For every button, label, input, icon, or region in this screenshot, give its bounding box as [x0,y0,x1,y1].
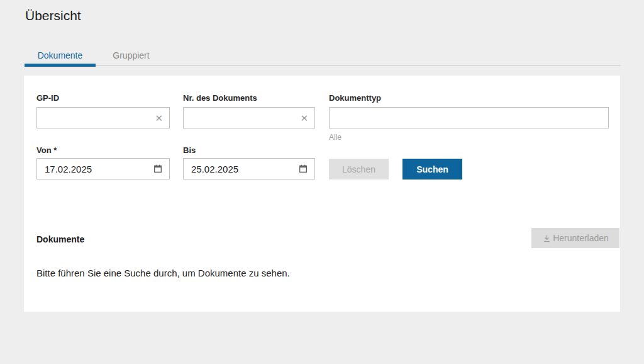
page-title: Übersicht [25,8,81,23]
doc-type-field [329,107,609,128]
clear-form-button[interactable]: Löschen [329,159,389,179]
tab-dokumente[interactable]: Dokumente [25,49,96,72]
download-button[interactable]: Herunterladen [531,228,619,248]
download-button-label: Herunterladen [553,233,609,243]
date-from-input[interactable] [45,164,149,174]
tab-gruppiert[interactable]: Gruppiert [96,49,167,72]
doc-type-input[interactable] [337,113,602,123]
clear-icon[interactable]: ✕ [151,113,163,123]
download-icon [542,234,552,243]
results-heading: Dokumente [36,234,84,244]
doc-type-hint: Alle [329,133,341,142]
gp-id-input[interactable] [45,113,151,123]
tab-bar: Dokumente Gruppiert [25,49,167,72]
search-button[interactable]: Suchen [402,159,462,179]
date-from-field [36,158,170,179]
date-to-input[interactable] [191,164,294,174]
page: Übersicht Dokumente Gruppiert GP-ID Nr. … [0,0,644,364]
gp-id-field: ✕ [36,107,170,128]
tab-divider [25,65,621,66]
calendar-icon[interactable] [294,164,308,174]
date-from-label: Von * [36,145,57,155]
date-to-field [183,158,315,179]
date-to-label: Bis [183,145,196,155]
doc-number-label: Nr. des Dokuments [183,93,257,103]
search-panel: GP-ID Nr. des Dokuments Dokumenttyp ✕ ✕ … [24,76,620,312]
calendar-icon[interactable] [149,164,163,174]
clear-icon[interactable]: ✕ [296,113,308,123]
gp-id-label: GP-ID [36,93,59,103]
empty-results-message: Bitte führen Sie eine Suche durch, um Do… [36,268,290,278]
doc-number-input[interactable] [191,113,296,123]
doc-number-field: ✕ [183,107,315,128]
active-tab-indicator [25,64,96,67]
doc-type-label: Dokumenttyp [329,93,381,103]
